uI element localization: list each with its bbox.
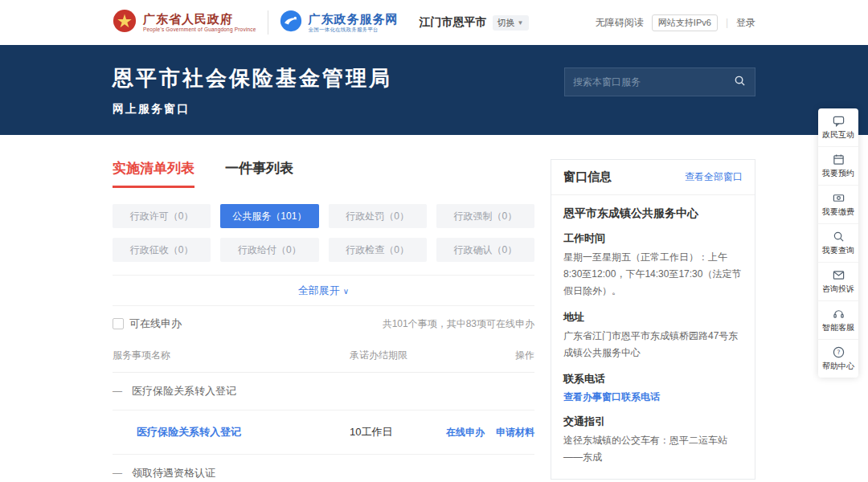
service-portal-subtitle: 全国一体化在线政务服务平台 bbox=[309, 27, 399, 33]
envelope-icon bbox=[833, 269, 845, 281]
filter-administrative-punishment[interactable]: 行政处罚（0） bbox=[329, 204, 427, 228]
tab-implementation-list[interactable]: 实施清单列表 bbox=[113, 159, 194, 188]
search-button[interactable] bbox=[724, 68, 755, 96]
view-all-windows-link[interactable]: 查看全部窗口 bbox=[685, 170, 743, 184]
filter-administrative-coercion[interactable]: 行政强制（0） bbox=[436, 204, 534, 228]
accessibility-link[interactable]: 无障碍阅读 bbox=[596, 16, 644, 30]
work-time-text: 星期一至星期五（正常工作日）：上午8:30至12:00，下午14:30至17:3… bbox=[563, 249, 743, 300]
sidebar-item-payment[interactable]: 我要缴费 bbox=[818, 185, 858, 223]
category-filter-grid: 行政许可（0） 公共服务（101） 行政处罚（0） 行政强制（0） 行政征收（0… bbox=[113, 204, 534, 262]
login-link[interactable]: 登录 bbox=[736, 16, 755, 30]
expand-all-button[interactable]: 全部展开∨ bbox=[298, 284, 349, 296]
collapse-icon[interactable]: — bbox=[113, 386, 122, 397]
traffic-label: 交通指引 bbox=[563, 415, 743, 429]
gov-brand-subtitle: People's Government of Guangdong Provinc… bbox=[143, 27, 256, 33]
tab-one-thing-list[interactable]: 一件事列表 bbox=[225, 159, 293, 188]
filter-administrative-inspection[interactable]: 行政检查（0） bbox=[329, 238, 427, 262]
sidebar-item-smart-service[interactable]: 智能客服 bbox=[818, 300, 858, 339]
money-icon bbox=[833, 192, 845, 204]
right-sidebar: 窗口信息 查看全部窗口 恩平市东成镇公共服务中心 工作时间 星期一至星期五（正常… bbox=[551, 159, 755, 482]
column-header-name: 服务事项名称 bbox=[113, 349, 350, 362]
traffic-text: 途径东城镇的公交车有：恩平二运车站——东成 bbox=[563, 432, 743, 466]
address-text: 广东省江门市恩平市东成镇桥园路47号东成镇公共服务中心 bbox=[563, 328, 743, 362]
sidebar-item-help-center[interactable]: ? 帮助中心 bbox=[818, 339, 858, 378]
service-item-deadline: 10工作日 bbox=[350, 425, 438, 439]
collapse-icon[interactable]: — bbox=[113, 468, 122, 479]
column-header-deadline: 承诺办结期限 bbox=[350, 349, 438, 362]
sidebar-item-consult-complaint[interactable]: 咨询投诉 bbox=[818, 262, 858, 300]
window-info-card: 窗口信息 查看全部窗口 恩平市东成镇公共服务中心 工作时间 星期一至星期五（正常… bbox=[551, 159, 755, 480]
online-filter-row: 可在线申办 共101个事项，其中83项可在线申办 bbox=[113, 306, 534, 339]
service-portal-brand-link[interactable]: 广东政务服务网 全国一体化在线政务服务平台 bbox=[280, 10, 399, 35]
floating-side-toolbar: 政民互动 我要预约 我要缴费 我要查询 bbox=[818, 108, 858, 378]
online-filter-label: 可在线申办 bbox=[129, 317, 182, 331]
apply-online-link[interactable]: 在线申办 bbox=[446, 426, 485, 439]
chevron-down-icon: ▼ bbox=[518, 19, 524, 27]
service-item-link[interactable]: 医疗保险关系转入登记 bbox=[113, 425, 350, 439]
gov-brand-link[interactable]: 广东省人民政府 People's Government of Guangdong… bbox=[113, 9, 256, 36]
work-time-label: 工作时间 bbox=[563, 231, 743, 246]
calendar-icon bbox=[833, 153, 845, 165]
sidebar-item-query[interactable]: 我要查询 bbox=[818, 223, 858, 262]
window-info-title: 窗口信息 bbox=[563, 170, 612, 185]
switch-city-button[interactable]: 切换 ▼ bbox=[493, 15, 529, 31]
speech-bubble-icon bbox=[833, 115, 845, 127]
filter-public-service[interactable]: 公共服务（101） bbox=[220, 204, 318, 228]
service-center-name: 恩平市东成镇公共服务中心 bbox=[563, 206, 743, 221]
items-count-summary: 共101个事项，其中83项可在线申办 bbox=[383, 317, 534, 331]
question-icon: ? bbox=[833, 346, 845, 358]
svg-text:?: ? bbox=[837, 349, 840, 356]
service-group-header[interactable]: — 领取待遇资格认证 bbox=[113, 455, 534, 482]
chevron-down-icon: ∨ bbox=[343, 287, 349, 296]
sidebar-item-interaction[interactable]: 政民互动 bbox=[818, 108, 858, 146]
search-input[interactable] bbox=[565, 76, 724, 88]
filter-administrative-confirmation[interactable]: 行政确认（0） bbox=[436, 238, 534, 262]
expand-all-row: 全部展开∨ bbox=[113, 275, 534, 306]
online-filter-checkbox[interactable] bbox=[113, 318, 124, 329]
address-label: 地址 bbox=[563, 310, 743, 325]
vertical-divider bbox=[268, 10, 268, 35]
search-box bbox=[564, 67, 755, 96]
service-table-header: 服务事项名称 承诺办结期限 操作 bbox=[113, 339, 534, 373]
national-emblem-icon bbox=[113, 9, 137, 36]
current-city-label: 江门市恩平市 bbox=[420, 15, 487, 30]
service-list-panel: 实施清单列表 一件事列表 行政许可（0） 公共服务（101） 行政处罚（0） 行… bbox=[113, 159, 534, 482]
page-subtitle: 网上服务窗口 bbox=[113, 102, 392, 116]
pipe-divider: | bbox=[726, 17, 728, 28]
top-header: 广东省人民政府 People's Government of Guangdong… bbox=[0, 0, 868, 45]
sidebar-item-appointment[interactable]: 我要预约 bbox=[818, 146, 858, 185]
view-window-phone-link[interactable]: 查看办事窗口联系电话 bbox=[563, 390, 660, 404]
list-tabs: 实施清单列表 一件事列表 bbox=[113, 159, 534, 188]
main-content: 实施清单列表 一件事列表 行政许可（0） 公共服务（101） 行政处罚（0） 行… bbox=[113, 159, 755, 482]
headset-icon bbox=[833, 308, 845, 320]
application-materials-link[interactable]: 申请材料 bbox=[496, 426, 534, 439]
search-icon bbox=[833, 231, 845, 243]
ipv6-badge: 网站支持IPv6 bbox=[652, 14, 718, 31]
phone-label: 联系电话 bbox=[563, 372, 743, 386]
service-portal-title: 广东政务服务网 bbox=[309, 12, 399, 27]
gov-brand-title: 广东省人民政府 bbox=[143, 12, 256, 27]
filter-administrative-payment[interactable]: 行政给付（0） bbox=[220, 238, 318, 262]
search-icon bbox=[734, 75, 746, 89]
page-title: 恩平市社会保险基金管理局 bbox=[113, 64, 392, 92]
filter-administrative-collection[interactable]: 行政征收（0） bbox=[113, 238, 211, 262]
service-group-header[interactable]: — 医疗保险关系转入登记 bbox=[113, 373, 534, 411]
service-item-row: 医疗保险关系转入登记 10工作日 在线申办 申请材料 bbox=[113, 411, 534, 455]
column-header-action: 操作 bbox=[438, 349, 534, 362]
filter-administrative-licensing[interactable]: 行政许可（0） bbox=[113, 204, 211, 228]
service-portal-logo-icon bbox=[280, 10, 302, 35]
hero-banner: 恩平市社会保险基金管理局 网上服务窗口 bbox=[0, 45, 868, 135]
